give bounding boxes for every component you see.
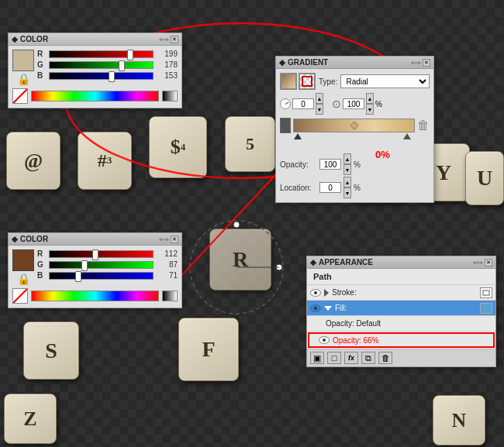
slider-thumb-r-top[interactable] bbox=[127, 50, 133, 60]
appearance-close-btn[interactable]: ✕ bbox=[485, 259, 492, 266]
color-panel-bottom-close-btn[interactable]: ✕ bbox=[171, 236, 178, 243]
slider-thumb-g-top[interactable] bbox=[119, 60, 125, 71]
gradient-angle-row: ▲ ▼ ⊙ ▲ ▼ % bbox=[280, 93, 430, 115]
color-row-r-top: R 199 bbox=[37, 50, 178, 58]
appearance-content: Path Stroke: Fill: Opacity: Default Opac… bbox=[307, 269, 495, 366]
location-input[interactable] bbox=[319, 182, 341, 193]
color-spectrum-bw-top[interactable] bbox=[162, 91, 178, 101]
appearance-opacity-66-item: Opacity: 66% bbox=[308, 332, 495, 348]
color-row-b-top: B 153 bbox=[37, 71, 178, 80]
fill-collapse-icon[interactable] bbox=[324, 306, 332, 311]
panel-resize-icon-appearance: ⟺ bbox=[473, 259, 483, 266]
slider-thumb-b-bottom[interactable] bbox=[75, 271, 81, 282]
add-fill-btn[interactable]: □ bbox=[327, 352, 341, 364]
location-up-btn[interactable]: ▲ bbox=[343, 177, 351, 187]
key-hash: #3 bbox=[78, 132, 132, 190]
lock-icon: 🔒 bbox=[12, 73, 34, 85]
stroke-swatch[interactable] bbox=[480, 287, 492, 298]
opacity-up-btn[interactable]: ▲ bbox=[343, 153, 351, 164]
opacity-eye-icon[interactable] bbox=[319, 336, 330, 344]
gradient-swatch-fill[interactable] bbox=[280, 73, 297, 90]
gradient-panel-titlebar[interactable]: ◆ GRADIENT ⟺ ✕ bbox=[276, 57, 433, 69]
gradient-swatch-none[interactable] bbox=[299, 73, 316, 90]
appearance-panel-titlebar[interactable]: ◆ APPEARANCE ⟺ ✕ bbox=[307, 256, 495, 269]
duplicate-btn[interactable]: ⧉ bbox=[361, 352, 375, 364]
stroke-eye-icon[interactable] bbox=[310, 289, 321, 297]
opacity-location: Opacity: ▲ ▼ % Location: ▲ ▼ % bbox=[280, 153, 430, 198]
fx-btn[interactable]: fx bbox=[344, 352, 358, 364]
key-at: @ bbox=[6, 132, 60, 190]
slider-g-top[interactable] bbox=[49, 61, 154, 69]
diamond-icon-appearance: ◆ bbox=[310, 258, 316, 266]
color-spectrum-row-bottom bbox=[12, 288, 178, 304]
svg-point-5 bbox=[233, 222, 240, 228]
color-swatch-bottom-main[interactable] bbox=[12, 249, 34, 271]
color-panel-bottom: ◆ COLOR ⟺ ✕ 🔒 R 112 G bbox=[8, 232, 182, 308]
panel-controls: ⟺ ✕ bbox=[159, 36, 178, 43]
slider-thumb-b-top[interactable] bbox=[109, 71, 115, 82]
appearance-fill-item[interactable]: Fill: bbox=[307, 301, 495, 316]
gradient-midpoint[interactable] bbox=[350, 121, 358, 129]
gradient-content: Type: Radial ▲ ▼ ⊙ ▲ bbox=[276, 69, 433, 202]
gradient-panel-title: ◆ GRADIENT bbox=[279, 58, 328, 67]
angle-down-btn[interactable]: ▼ bbox=[316, 104, 323, 115]
angle-up-btn[interactable]: ▲ bbox=[316, 93, 323, 104]
gradient-aspect-input[interactable] bbox=[343, 98, 364, 109]
color-panel-bottom-controls: ⟺ ✕ bbox=[159, 236, 178, 243]
key-n: N bbox=[433, 395, 485, 445]
color-panel-top-title: ◆ COLOR bbox=[12, 35, 48, 43]
panel-resize-icon: ⟺ bbox=[159, 36, 169, 43]
slider-r-bottom[interactable] bbox=[49, 250, 154, 258]
key-f: F bbox=[178, 318, 239, 381]
selection-circle-svg bbox=[186, 217, 287, 318]
aspect-up-btn[interactable]: ▲ bbox=[366, 93, 374, 104]
gradient-left-stop[interactable] bbox=[280, 118, 291, 133]
color-panel-bottom-titlebar[interactable]: ◆ COLOR ⟺ ✕ bbox=[9, 233, 181, 246]
slider-g-bottom[interactable] bbox=[49, 261, 154, 269]
color-spectrum-top[interactable] bbox=[31, 91, 159, 101]
opacity-input[interactable] bbox=[319, 159, 341, 170]
add-stroke-btn[interactable]: ▣ bbox=[310, 352, 324, 364]
color-panel-bottom-title: ◆ COLOR bbox=[12, 235, 48, 243]
slider-thumb-g-bottom[interactable] bbox=[81, 260, 88, 271]
diamond-icon-bottom: ◆ bbox=[12, 235, 18, 243]
aspect-unit: % bbox=[375, 100, 382, 108]
slider-thumb-r-bottom[interactable] bbox=[92, 249, 98, 260]
gradient-stop-left-arrow[interactable] bbox=[294, 133, 302, 139]
color-panel-top-titlebar[interactable]: ◆ COLOR ⟺ ✕ bbox=[9, 33, 181, 46]
slider-r-top[interactable] bbox=[49, 50, 154, 58]
aspect-down-btn[interactable]: ▼ bbox=[366, 104, 374, 115]
gradient-stop-right-arrow[interactable] bbox=[403, 133, 411, 139]
key-5: 5 bbox=[225, 116, 275, 172]
appearance-panel: ◆ APPEARANCE ⟺ ✕ Path Stroke: Fill: Opac bbox=[306, 256, 496, 367]
appearance-panel-title: ◆ APPEARANCE bbox=[310, 258, 373, 266]
lock-icon-bottom: 🔒 bbox=[12, 273, 34, 285]
color-row-g-bottom: G 87 bbox=[37, 260, 178, 269]
color-spectrum-bw-bottom[interactable] bbox=[162, 291, 178, 301]
gradient-type-select[interactable]: Radial bbox=[340, 74, 430, 88]
appearance-stroke-item: Stroke: bbox=[307, 285, 495, 301]
appearance-opacity-default-item: Opacity: Default bbox=[307, 316, 495, 332]
gradient-trash-icon[interactable]: 🗑 bbox=[417, 119, 430, 132]
panel-resize-icon-bottom: ⟺ bbox=[159, 236, 169, 243]
angle-icon bbox=[280, 98, 291, 109]
gradient-close-btn[interactable]: ✕ bbox=[423, 59, 430, 67]
delete-btn[interactable]: 🗑 bbox=[378, 352, 392, 364]
slider-b-bottom[interactable] bbox=[49, 272, 154, 280]
panel-close-btn[interactable]: ✕ bbox=[171, 36, 178, 43]
color-swatch-top-main[interactable] bbox=[12, 50, 34, 71]
fill-swatch[interactable] bbox=[480, 303, 492, 314]
key-s: S bbox=[23, 321, 79, 380]
opacity-down-btn[interactable]: ▼ bbox=[343, 164, 351, 175]
gradient-bar-container: 🗑 bbox=[280, 118, 430, 150]
color-no-fill-icon bbox=[12, 88, 28, 104]
slider-b-top[interactable] bbox=[49, 72, 154, 80]
location-down-btn[interactable]: ▼ bbox=[343, 187, 351, 198]
fill-eye-icon[interactable] bbox=[310, 304, 321, 312]
color-spectrum-row-top bbox=[12, 88, 178, 104]
appearance-panel-controls: ⟺ ✕ bbox=[473, 259, 492, 266]
stroke-expand-icon[interactable] bbox=[324, 289, 329, 297]
color-spectrum-bottom[interactable] bbox=[31, 291, 159, 301]
gradient-bar[interactable] bbox=[293, 119, 415, 132]
gradient-angle-input[interactable] bbox=[292, 98, 314, 109]
